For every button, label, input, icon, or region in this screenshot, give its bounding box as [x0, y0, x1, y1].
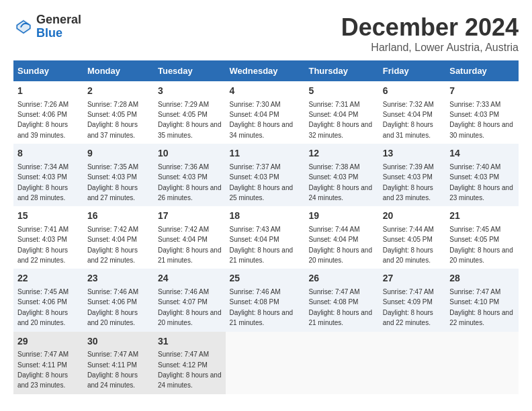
day-number: 29 — [17, 335, 79, 349]
table-row: 30 Sunrise: 7:47 AM Sunset: 4:11 PM Dayl… — [83, 332, 154, 394]
daylight-text: Daylight: 8 hours and 35 minutes. — [158, 121, 222, 138]
location: Harland, Lower Austria, Austria — [341, 42, 519, 54]
day-number: 7 — [449, 85, 515, 98]
sunset-text: Sunset: 4:05 PM — [87, 111, 137, 118]
day-number: 17 — [158, 210, 222, 223]
sunset-text: Sunset: 4:03 PM — [308, 173, 358, 181]
table-row: 25 Sunrise: 7:46 AM Sunset: 4:08 PM Dayl… — [226, 269, 305, 331]
sunrise-text: Sunrise: 7:45 AM — [17, 288, 69, 295]
sunset-text: Sunset: 4:03 PM — [158, 173, 208, 181]
sunrise-text: Sunrise: 7:44 AM — [383, 226, 434, 233]
daylight-text: Daylight: 8 hours and 24 minutes. — [308, 184, 372, 201]
day-number: 22 — [17, 272, 79, 285]
day-number: 4 — [230, 85, 301, 98]
table-row: 13 Sunrise: 7:39 AM Sunset: 4:03 PM Dayl… — [379, 144, 445, 206]
day-number: 18 — [230, 210, 301, 223]
daylight-text: Daylight: 8 hours and 21 minutes. — [308, 309, 372, 326]
daylight-text: Daylight: 8 hours and 31 minutes. — [383, 121, 433, 138]
sunset-text: Sunset: 4:03 PM — [17, 173, 67, 181]
sunset-text: Sunset: 4:03 PM — [17, 236, 67, 243]
calendar-week-row: 8 Sunrise: 7:34 AM Sunset: 4:03 PM Dayli… — [13, 144, 519, 206]
table-row: 2 Sunrise: 7:28 AM Sunset: 4:05 PM Dayli… — [83, 81, 154, 144]
day-number: 24 — [158, 272, 222, 285]
daylight-text: Daylight: 8 hours and 28 minutes. — [17, 184, 68, 201]
day-number: 15 — [17, 210, 79, 223]
table-row: 10 Sunrise: 7:36 AM Sunset: 4:03 PM Dayl… — [154, 144, 226, 206]
sunrise-text: Sunrise: 7:42 AM — [158, 226, 209, 233]
daylight-text: Daylight: 8 hours and 30 minutes. — [449, 121, 513, 138]
daylight-text: Daylight: 8 hours and 37 minutes. — [87, 121, 138, 138]
table-row: 6 Sunrise: 7:32 AM Sunset: 4:04 PM Dayli… — [379, 81, 445, 144]
day-number: 14 — [449, 147, 515, 161]
day-number: 13 — [383, 147, 441, 161]
sunrise-text: Sunrise: 7:37 AM — [230, 163, 281, 171]
table-row: 31 Sunrise: 7:47 AM Sunset: 4:12 PM Dayl… — [154, 332, 226, 394]
sunrise-text: Sunrise: 7:47 AM — [158, 351, 209, 358]
table-row: 17 Sunrise: 7:42 AM Sunset: 4:04 PM Dayl… — [154, 206, 226, 269]
sunrise-text: Sunrise: 7:46 AM — [87, 288, 138, 295]
sunset-text: Sunset: 4:04 PM — [308, 236, 358, 243]
table-row: 16 Sunrise: 7:42 AM Sunset: 4:04 PM Dayl… — [83, 206, 154, 269]
table-row — [445, 332, 519, 394]
col-sunday: Sunday — [13, 60, 83, 81]
table-row: 20 Sunrise: 7:44 AM Sunset: 4:05 PM Dayl… — [379, 206, 445, 269]
col-friday: Friday — [379, 60, 445, 81]
sunrise-text: Sunrise: 7:47 AM — [87, 351, 138, 358]
table-row: 9 Sunrise: 7:35 AM Sunset: 4:03 PM Dayli… — [83, 144, 154, 206]
table-row: 24 Sunrise: 7:46 AM Sunset: 4:07 PM Dayl… — [154, 269, 226, 331]
day-number: 25 — [230, 272, 301, 285]
table-row: 19 Sunrise: 7:44 AM Sunset: 4:04 PM Dayl… — [304, 206, 378, 269]
col-tuesday: Tuesday — [154, 60, 226, 81]
table-row: 1 Sunrise: 7:26 AM Sunset: 4:06 PM Dayli… — [13, 81, 83, 144]
table-row: 12 Sunrise: 7:38 AM Sunset: 4:03 PM Dayl… — [304, 144, 378, 206]
table-row: 4 Sunrise: 7:30 AM Sunset: 4:04 PM Dayli… — [226, 81, 305, 144]
day-number: 19 — [308, 210, 374, 223]
sunrise-text: Sunrise: 7:42 AM — [87, 226, 138, 233]
day-number: 30 — [87, 335, 150, 349]
day-number: 8 — [17, 147, 79, 161]
table-row: 27 Sunrise: 7:47 AM Sunset: 4:09 PM Dayl… — [379, 269, 445, 331]
daylight-text: Daylight: 8 hours and 24 minutes. — [87, 371, 138, 389]
daylight-text: Daylight: 8 hours and 27 minutes. — [87, 184, 138, 201]
sunset-text: Sunset: 4:08 PM — [308, 298, 358, 306]
calendar-week-row: 29 Sunrise: 7:47 AM Sunset: 4:11 PM Dayl… — [13, 332, 519, 394]
sunset-text: Sunset: 4:05 PM — [449, 236, 499, 243]
col-wednesday: Wednesday — [226, 60, 305, 81]
sunrise-text: Sunrise: 7:40 AM — [449, 163, 500, 171]
table-row: 14 Sunrise: 7:40 AM Sunset: 4:03 PM Dayl… — [445, 144, 519, 206]
logo-general: General — [36, 13, 81, 27]
daylight-text: Daylight: 8 hours and 20 minutes. — [87, 309, 138, 326]
sunset-text: Sunset: 4:06 PM — [17, 298, 67, 306]
daylight-text: Daylight: 8 hours and 22 minutes. — [87, 246, 138, 264]
sunset-text: Sunset: 4:11 PM — [17, 361, 67, 369]
sunset-text: Sunset: 4:12 PM — [158, 361, 208, 369]
sunset-text: Sunset: 4:03 PM — [87, 173, 137, 181]
sunrise-text: Sunrise: 7:28 AM — [87, 101, 138, 108]
sunset-text: Sunset: 4:03 PM — [449, 173, 499, 181]
header-row: Sunday Monday Tuesday Wednesday Thursday… — [13, 60, 519, 81]
sunset-text: Sunset: 4:04 PM — [230, 236, 279, 243]
sunset-text: Sunset: 4:03 PM — [230, 173, 279, 181]
day-number: 10 — [158, 147, 222, 161]
col-thursday: Thursday — [304, 60, 378, 81]
day-number: 11 — [230, 147, 301, 161]
sunrise-text: Sunrise: 7:43 AM — [230, 226, 281, 233]
day-number: 23 — [87, 272, 150, 285]
sunset-text: Sunset: 4:05 PM — [383, 236, 433, 243]
table-row: 21 Sunrise: 7:45 AM Sunset: 4:05 PM Dayl… — [445, 206, 519, 269]
sunrise-text: Sunrise: 7:47 AM — [383, 288, 434, 295]
sunrise-text: Sunrise: 7:32 AM — [383, 101, 434, 108]
sunset-text: Sunset: 4:04 PM — [383, 111, 433, 118]
table-row: 18 Sunrise: 7:43 AM Sunset: 4:04 PM Dayl… — [226, 206, 305, 269]
daylight-text: Daylight: 8 hours and 24 minutes. — [158, 371, 222, 389]
svg-marker-0 — [16, 19, 32, 35]
sunset-text: Sunset: 4:05 PM — [158, 111, 208, 118]
sunset-text: Sunset: 4:06 PM — [17, 111, 67, 118]
day-number: 2 — [87, 85, 150, 98]
sunrise-text: Sunrise: 7:38 AM — [308, 163, 359, 171]
daylight-text: Daylight: 8 hours and 21 minutes. — [158, 246, 222, 264]
sunrise-text: Sunrise: 7:30 AM — [230, 101, 281, 108]
daylight-text: Daylight: 8 hours and 22 minutes. — [449, 309, 513, 326]
sunset-text: Sunset: 4:09 PM — [383, 298, 433, 306]
col-saturday: Saturday — [445, 60, 519, 81]
